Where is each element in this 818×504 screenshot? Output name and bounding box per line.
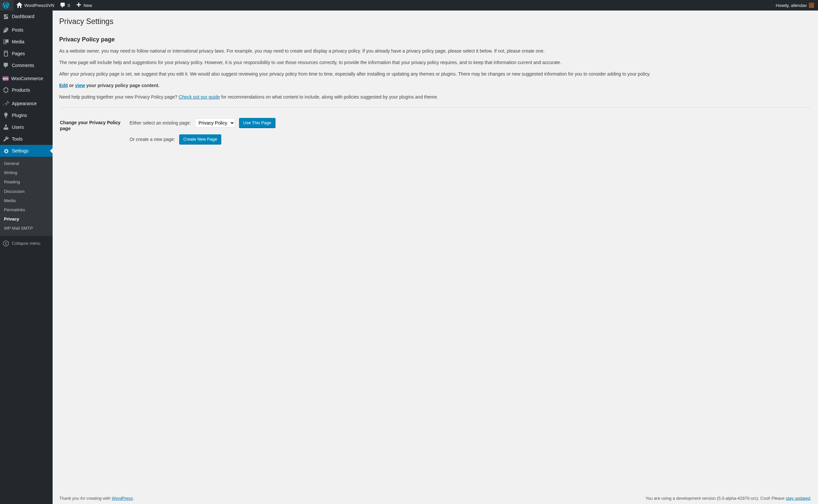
collapse-label: Collapse menu bbox=[12, 241, 40, 246]
create-page-button[interactable]: Create New Page bbox=[179, 134, 222, 144]
new-label: New bbox=[83, 3, 92, 8]
edit-view-paragraph: Edit or view your privacy policy page co… bbox=[59, 82, 811, 89]
wordpress-link[interactable]: WordPress bbox=[112, 496, 133, 501]
collapse-icon bbox=[3, 240, 9, 247]
sidebar-item-users[interactable]: Users bbox=[0, 121, 53, 133]
sidebar-item-label: Products bbox=[12, 87, 30, 93]
page-title: Privacy Settings bbox=[59, 14, 811, 28]
version-suffix: . bbox=[810, 496, 811, 501]
sidebar-item-settings[interactable]: Settings bbox=[0, 145, 53, 157]
thanks-suffix: . bbox=[133, 496, 134, 501]
create-page-row: Or create a new page: Create New Page bbox=[129, 134, 807, 144]
site-home-link[interactable]: WordPressSVN bbox=[13, 0, 57, 11]
edit-or-text: or bbox=[68, 83, 75, 88]
change-policy-label: Change your Privacy Policy page bbox=[60, 115, 126, 154]
tools-icon bbox=[3, 136, 9, 142]
page-select[interactable]: Privacy Policy bbox=[195, 118, 235, 127]
sidebar-item-woocommerce[interactable]: woo WooCommerce bbox=[0, 73, 53, 84]
admin-bar: WordPressSVN 0 New Howdy, allendav bbox=[0, 0, 818, 11]
sidebar-item-label: Posts bbox=[12, 27, 23, 33]
settings-icon bbox=[3, 148, 9, 154]
submenu-item-media[interactable]: Media bbox=[0, 196, 53, 205]
comments-link[interactable]: 0 bbox=[57, 0, 73, 11]
wordpress-logo-icon bbox=[3, 2, 9, 9]
submenu-item-reading[interactable]: Reading bbox=[0, 177, 53, 187]
products-icon bbox=[3, 87, 9, 93]
intro-paragraph-2: The new page will include help and sugge… bbox=[59, 59, 811, 66]
appearance-icon bbox=[3, 100, 9, 107]
divider bbox=[59, 107, 811, 107]
submenu-item-general[interactable]: General bbox=[0, 159, 53, 168]
svg-point-0 bbox=[3, 241, 9, 246]
section-title: Privacy Policy page bbox=[59, 36, 811, 43]
sidebar-item-pages[interactable]: Pages bbox=[0, 48, 53, 59]
site-name: WordPressSVN bbox=[24, 3, 54, 8]
help-prefix-text: Need help putting together your new Priv… bbox=[59, 94, 178, 100]
admin-sidebar: Dashboard Posts Media Pages Comments woo… bbox=[0, 11, 53, 504]
sidebar-item-label: Comments bbox=[12, 63, 34, 68]
submenu-item-discussion[interactable]: Discussion bbox=[0, 187, 53, 196]
avatar-icon bbox=[809, 3, 814, 8]
collapse-menu-button[interactable]: Collapse menu bbox=[0, 238, 53, 249]
sidebar-item-comments[interactable]: Comments bbox=[0, 59, 53, 71]
sidebar-item-label: Media bbox=[12, 39, 24, 44]
sidebar-item-posts[interactable]: Posts bbox=[0, 24, 53, 36]
submenu-item-writing[interactable]: Writing bbox=[0, 168, 53, 177]
help-paragraph: Need help putting together your new Priv… bbox=[59, 94, 811, 101]
sidebar-item-label: WooCommerce bbox=[11, 76, 43, 81]
sidebar-item-label: Settings bbox=[12, 148, 29, 153]
select-existing-label: Either select an existing page: bbox=[129, 120, 191, 126]
howdy-text: Howdy, allendav bbox=[776, 3, 807, 8]
users-icon bbox=[3, 124, 9, 130]
help-suffix-text: for recommendations on what content to i… bbox=[220, 94, 438, 100]
comments-icon bbox=[59, 2, 66, 9]
footer: Thank you for creating with WordPress. Y… bbox=[59, 493, 811, 504]
dashboard-icon bbox=[3, 13, 9, 20]
posts-icon bbox=[3, 27, 9, 33]
sidebar-item-label: Tools bbox=[12, 136, 23, 142]
submenu-item-permalinks[interactable]: Permalinks bbox=[0, 205, 53, 215]
sidebar-item-label: Users bbox=[12, 125, 24, 130]
pages-icon bbox=[3, 50, 9, 57]
edit-suffix-text: your privacy policy page content. bbox=[85, 83, 159, 88]
sidebar-item-label: Dashboard bbox=[12, 14, 35, 19]
admin-bar-right: Howdy, allendav bbox=[773, 0, 818, 11]
submenu-item-privacy[interactable]: Privacy bbox=[0, 215, 53, 224]
intro-paragraph-3: After your privacy policy page is set, w… bbox=[59, 71, 811, 78]
sidebar-item-dashboard[interactable]: Dashboard bbox=[0, 11, 53, 22]
wp-logo-menu[interactable] bbox=[0, 0, 13, 11]
settings-submenu: General Writing Reading Discussion Media… bbox=[0, 157, 53, 236]
media-icon bbox=[3, 38, 9, 45]
sidebar-item-products[interactable]: Products bbox=[0, 84, 53, 96]
sidebar-item-appearance[interactable]: Appearance bbox=[0, 98, 53, 109]
sidebar-item-label: Pages bbox=[12, 51, 25, 56]
privacy-form-table: Change your Privacy Policy page Either s… bbox=[59, 114, 811, 155]
plus-icon bbox=[75, 2, 82, 9]
submenu-item-wp-mail-smtp[interactable]: WP Mail SMTP bbox=[0, 224, 53, 233]
version-prefix: You are using a development version (5.0… bbox=[645, 496, 786, 501]
select-page-row: Either select an existing page: Privacy … bbox=[129, 118, 807, 128]
comments-icon bbox=[3, 62, 9, 69]
sidebar-item-label: Appearance bbox=[12, 101, 37, 106]
woocommerce-icon: woo bbox=[3, 76, 9, 81]
sidebar-item-tools[interactable]: Tools bbox=[0, 133, 53, 145]
guide-link[interactable]: Check out our guide bbox=[178, 94, 220, 100]
view-link[interactable]: view bbox=[75, 83, 85, 88]
edit-link[interactable]: Edit bbox=[59, 83, 68, 88]
stay-updated-link[interactable]: stay updated bbox=[786, 496, 810, 501]
admin-bar-left: WordPressSVN 0 New bbox=[0, 0, 95, 11]
my-account-link[interactable]: Howdy, allendav bbox=[773, 0, 818, 11]
footer-version: You are using a development version (5.0… bbox=[645, 496, 811, 501]
footer-thanks: Thank you for creating with WordPress. bbox=[59, 496, 134, 501]
sidebar-item-label: Plugins bbox=[12, 113, 27, 118]
home-icon bbox=[16, 2, 23, 9]
intro-paragraph-1: As a website owner, you may need to foll… bbox=[59, 48, 811, 55]
thanks-prefix: Thank you for creating with bbox=[59, 496, 112, 501]
create-new-label: Or create a new page: bbox=[129, 137, 175, 142]
use-page-button[interactable]: Use This Page bbox=[239, 118, 275, 128]
new-content-link[interactable]: New bbox=[73, 0, 95, 11]
plugins-icon bbox=[3, 112, 9, 119]
sidebar-item-media[interactable]: Media bbox=[0, 36, 53, 48]
sidebar-item-plugins[interactable]: Plugins bbox=[0, 109, 53, 121]
main-content: Privacy Settings Privacy Policy page As … bbox=[53, 11, 818, 504]
